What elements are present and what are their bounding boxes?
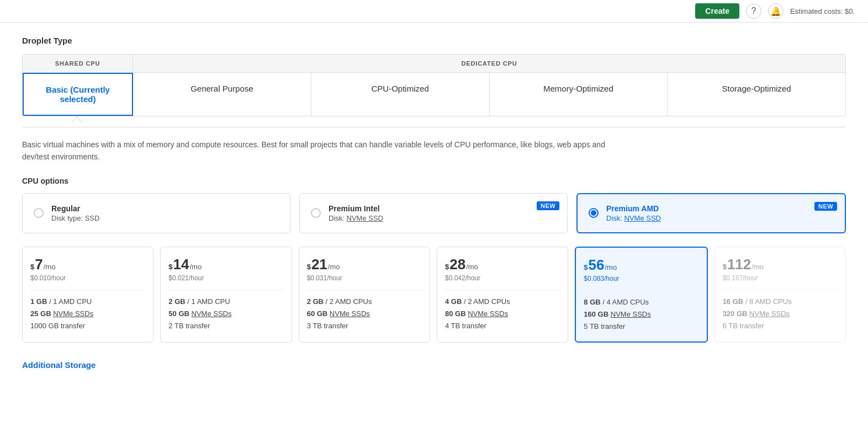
price-row-7: $ 7 /mo (30, 256, 145, 273)
price-hourly-7: $0.010/hour (30, 274, 145, 282)
cpu-options-row: Regular Disk type: SSD Premium Intel Dis… (22, 193, 846, 233)
price-period-14: /mo (189, 263, 202, 271)
main-content: Droplet Type SHARED CPU DEDICATED CPU Ba… (0, 23, 868, 383)
price-main-56: 56 (589, 257, 605, 274)
price-main-112: 112 (727, 256, 751, 273)
price-dollar-21: $ (307, 263, 311, 271)
price-period-21: /mo (328, 263, 340, 271)
top-bar: Create ? 🔔 Estimated costs: $0. (0, 0, 868, 23)
type-options-row: Basic (Currently selected) General Purpo… (23, 73, 845, 116)
radio-inner-amd (591, 210, 596, 216)
radio-premium-intel[interactable] (311, 208, 321, 218)
create-button[interactable]: Create (695, 3, 739, 19)
price-dollar-112: $ (723, 263, 727, 271)
cpu-option-regular-info: Regular Disk type: SSD (51, 204, 279, 222)
help-icon[interactable]: ? (746, 3, 761, 19)
pricing-card-21[interactable]: $ 21 /mo $0.031/hour 2 GB / 2 AMD CPUs 6… (299, 247, 430, 343)
description-text: Basic virtual machines with a mix of mem… (22, 138, 629, 163)
type-option-cpu-optimized[interactable]: CPU-Optimized (311, 73, 490, 116)
cpu-option-regular[interactable]: Regular Disk type: SSD (22, 193, 290, 233)
cpu-options-title: CPU options (22, 177, 846, 185)
price-dollar-14: $ (168, 263, 172, 271)
pricing-card-28[interactable]: $ 28 /mo $0.042/hour 4 GB / 2 AMD CPUs 8… (437, 247, 568, 343)
price-row-21: $ 21 /mo (307, 256, 422, 273)
notifications-icon[interactable]: 🔔 (768, 3, 784, 19)
estimated-costs: Estimated costs: $0. (790, 7, 855, 15)
cpu-amd-name: Premium AMD (606, 204, 834, 213)
price-hourly-112: $0.167/hour (723, 274, 838, 282)
pricing-spec-21: 2 GB / 2 AMD CPUs 60 GB NVMe SSDs 3 TB t… (307, 296, 422, 332)
shared-cpu-header: SHARED CPU (23, 55, 133, 72)
price-row-112: $ 112 /mo (723, 256, 838, 273)
price-main-7: 7 (35, 256, 43, 273)
price-row-14: $ 14 /mo (168, 256, 283, 273)
price-hourly-56: $0.083/hour (584, 275, 698, 282)
pricing-card-14[interactable]: $ 14 /mo $0.021/hour 2 GB / 1 AMD CPU 50… (160, 247, 292, 343)
pricing-cards-row: $ 7 /mo $0.010/hour 1 GB / 1 AMD CPU 25 … (22, 247, 846, 343)
cpu-regular-name: Regular (51, 204, 279, 213)
basic-selected-label: (Currently selected) (60, 85, 109, 104)
pricing-spec-14: 2 GB / 1 AMD CPU 50 GB NVMe SSDs 2 TB tr… (168, 296, 283, 332)
new-badge-amd: NEW (814, 202, 837, 211)
pricing-card-56[interactable]: $ 56 /mo $0.083/hour 8 GB / 4 AMD CPUs 1… (575, 247, 707, 343)
cpu-option-premium-amd[interactable]: Premium AMD Disk: NVMe SSD NEW (576, 193, 846, 233)
cpu-regular-disk: Disk type: SSD (51, 214, 279, 222)
cpu-option-premium-intel-info: Premium Intel Disk: NVMe SSD (329, 204, 556, 222)
price-period-56: /mo (605, 263, 617, 271)
pricing-spec-56: 8 GB / 4 AMD CPUs 160 GB NVMe SSDs 5 TB … (584, 296, 698, 333)
dedicated-cpu-header: DEDICATED CPU (133, 55, 845, 72)
droplet-type-title: Droplet Type (22, 36, 846, 45)
additional-storage-title: Additional Storage (22, 360, 846, 370)
basic-label: Basic (46, 85, 68, 94)
divider-under-pointer (22, 127, 846, 127)
type-option-memory-optimized[interactable]: Memory-Optimized (490, 73, 668, 116)
price-dollar-56: $ (584, 263, 588, 271)
price-row-28: $ 28 /mo (445, 256, 560, 273)
price-hourly-21: $0.031/hour (307, 274, 422, 282)
droplet-type-container: SHARED CPU DEDICATED CPU Basic (Currentl… (22, 54, 846, 116)
price-dollar-28: $ (445, 263, 449, 271)
price-hourly-28: $0.042/hour (445, 274, 560, 282)
price-main-28: 28 (449, 256, 465, 273)
pointer-area (22, 116, 846, 127)
price-main-14: 14 (173, 256, 189, 273)
type-header-row: SHARED CPU DEDICATED CPU (23, 55, 845, 73)
cpu-amd-nvme: NVMe SSD (624, 214, 661, 222)
price-period-28: /mo (466, 263, 478, 271)
type-option-general-purpose[interactable]: General Purpose (133, 73, 311, 116)
price-period-112: /mo (751, 263, 764, 271)
type-option-storage-optimized[interactable]: Storage-Optimized (668, 73, 845, 116)
price-row-56: $ 56 /mo (584, 257, 698, 274)
cpu-option-premium-intel[interactable]: Premium Intel Disk: NVMe SSD NEW (299, 193, 568, 233)
price-period-7: /mo (44, 263, 56, 271)
pricing-card-7[interactable]: $ 7 /mo $0.010/hour 1 GB / 1 AMD CPU 25 … (22, 247, 154, 343)
price-hourly-14: $0.021/hour (168, 274, 283, 282)
radio-regular[interactable] (34, 208, 44, 218)
price-main-21: 21 (311, 256, 327, 273)
cpu-intel-disk: Disk: NVMe SSD (329, 214, 556, 222)
type-option-basic[interactable]: Basic (Currently selected) (23, 73, 133, 116)
cpu-amd-disk: Disk: NVMe SSD (606, 214, 834, 222)
pricing-card-112[interactable]: $ 112 /mo $0.167/hour 16 GB / 8 AMD CPUs… (714, 247, 846, 343)
pricing-spec-112: 16 GB / 8 AMD CPUs 320 GB NVMe SSDs 6 TB… (723, 296, 838, 332)
new-badge-intel: NEW (537, 201, 559, 210)
pricing-spec-7: 1 GB / 1 AMD CPU 25 GB NVMe SSDs 1000 GB… (30, 296, 145, 332)
price-dollar-7: $ (30, 263, 34, 271)
pointer-triangle-inner (72, 117, 82, 123)
cpu-option-premium-amd-info: Premium AMD Disk: NVMe SSD (606, 204, 834, 222)
cpu-intel-name: Premium Intel (329, 204, 556, 213)
radio-premium-amd[interactable] (589, 208, 599, 218)
pricing-spec-28: 4 GB / 2 AMD CPUs 80 GB NVMe SSDs 4 TB t… (445, 296, 560, 332)
